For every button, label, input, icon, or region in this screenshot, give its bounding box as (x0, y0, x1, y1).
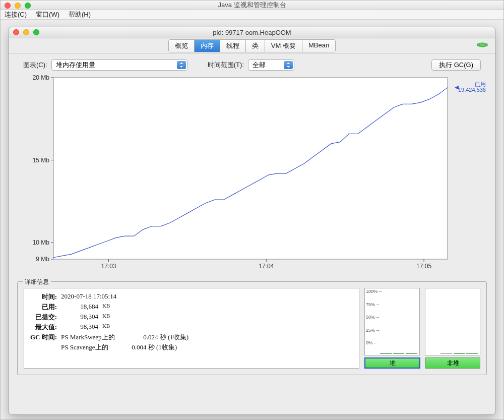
nonheap-bar-group[interactable] (425, 288, 480, 355)
time-select-label: 时间范围(T): (208, 61, 244, 70)
gc1-name: PS MarkSweep上的 (61, 333, 115, 341)
time-range-select[interactable]: 全部 (248, 59, 294, 71)
outer-title: Java 监视和管理控制台 (1, 1, 503, 10)
nonheap-button[interactable]: 非堆 (425, 357, 480, 369)
inner-close-icon[interactable] (13, 29, 19, 35)
menu-help[interactable]: 帮助(H) (69, 10, 91, 19)
gc1-time: 0.024 (143, 333, 158, 341)
svg-text:17:05: 17:05 (416, 263, 431, 270)
inner-minimize-icon[interactable] (23, 29, 29, 35)
tabset: 概览内存线程类VM 概要MBean (168, 39, 336, 52)
chart-select-value: 堆内存使用量 (56, 61, 95, 70)
svg-text:10 Mb: 10 Mb (33, 239, 50, 246)
memory-chart: 9 Mb10 Mb15 Mb20 Mb17:0317:0417:05 已用 19… (17, 75, 487, 277)
close-icon[interactable] (5, 3, 11, 9)
heap-button[interactable]: 堆 (364, 357, 420, 369)
detail-max-label: 最大值: (30, 323, 60, 332)
tab-1[interactable]: 内存 (195, 40, 220, 52)
outer-traffic-lights (5, 3, 31, 9)
tab-row: 概览内存线程类VM 概要MBean (9, 38, 495, 53)
controls-row: 图表(C): 堆内存使用量 时间范围(T): 全部 执行 (9, 53, 495, 75)
connection-status-icon (477, 41, 488, 48)
tab-5[interactable]: MBean (302, 40, 335, 52)
svg-text:15 Mb: 15 Mb (33, 157, 50, 164)
detail-used-unit: KB (102, 303, 171, 312)
chart-select-label: 图表(C): (23, 61, 47, 70)
detail-max-unit: KB (102, 323, 171, 332)
detail-gctime-label: GC 时间: (30, 333, 60, 342)
inner-titlebar: pid: 99717 oom.HeapOOM (9, 27, 495, 38)
svg-text:20 Mb: 20 Mb (33, 75, 50, 81)
tab-2[interactable]: 线程 (220, 40, 246, 52)
detail-committed-value: 98,304 (61, 313, 101, 322)
inner-window: pid: 99717 oom.HeapOOM 概览内存线程类VM 概要MBean… (9, 27, 495, 415)
perform-gc-button[interactable]: 执行 GC(G) (431, 59, 481, 71)
detail-committed-unit: KB (102, 313, 171, 322)
inner-zoom-icon[interactable] (33, 29, 39, 35)
gc2-suffix: 秒 (1收集) (148, 343, 177, 351)
chart-select[interactable]: 堆内存使用量 (51, 59, 187, 71)
gc2-time: 0.004 (132, 343, 146, 351)
svg-text:17:03: 17:03 (101, 263, 116, 270)
detail-used-label: 已用: (30, 303, 60, 312)
svg-text:17:04: 17:04 (259, 263, 274, 270)
menubar: 连接(C) 窗口(W) 帮助(H) (1, 10, 503, 20)
gc1-suffix: 秒 (1收集) (160, 333, 188, 341)
detail-time-label: 时间: (30, 292, 60, 302)
time-select-value: 全部 (253, 61, 266, 70)
outer-titlebar: Java 监视和管理控制台 (1, 1, 503, 10)
gc2-name: PS Scavenge上的 (61, 343, 108, 351)
tab-0[interactable]: 概览 (169, 40, 195, 52)
svg-rect-3 (53, 78, 448, 259)
menu-connect[interactable]: 连接(C) (5, 10, 27, 19)
menu-window[interactable]: 窗口(W) (36, 10, 59, 19)
details-text: 时间: 2020-07-18 17:05:14 已用: 18,684 KB 已提… (24, 288, 359, 369)
heap-bar-group[interactable]: 100% --75% --50% --25% --0% -- (364, 288, 420, 355)
zoom-icon[interactable] (25, 3, 31, 9)
tab-3[interactable]: 类 (246, 40, 265, 52)
detail-committed-label: 已提交: (30, 313, 60, 322)
svg-rect-2 (485, 44, 487, 46)
main-window: Java 监视和管理控制台 连接(C) 窗口(W) 帮助(H) pid: 997… (0, 0, 504, 420)
svg-text:9 Mb: 9 Mb (36, 256, 49, 263)
memory-pool-bars: 100% --75% --50% --25% --0% -- 堆 非堆 (359, 288, 480, 369)
minimize-icon[interactable] (15, 3, 21, 9)
inner-title: pid: 99717 oom.HeapOOM (9, 29, 495, 36)
detail-used-value: 18,684 (61, 303, 101, 312)
perform-gc-label: 执行 GC(G) (439, 61, 473, 70)
details-panel: 详细信息 时间: 2020-07-18 17:05:14 已用: 18,684 … (17, 281, 487, 375)
svg-rect-1 (477, 44, 479, 46)
chevron-updown-icon (177, 61, 186, 69)
nonheap-button-label: 非堆 (447, 359, 459, 368)
detail-max-value: 98,304 (61, 323, 101, 332)
series-current-value: 19,424,536 (458, 87, 486, 93)
chevron-updown-icon (284, 61, 293, 69)
heap-button-label: 堆 (390, 359, 396, 368)
tab-4[interactable]: VM 概要 (265, 40, 302, 52)
details-title: 详细信息 (23, 278, 51, 286)
detail-time-value: 2020-07-18 17:05:14 (61, 292, 192, 302)
